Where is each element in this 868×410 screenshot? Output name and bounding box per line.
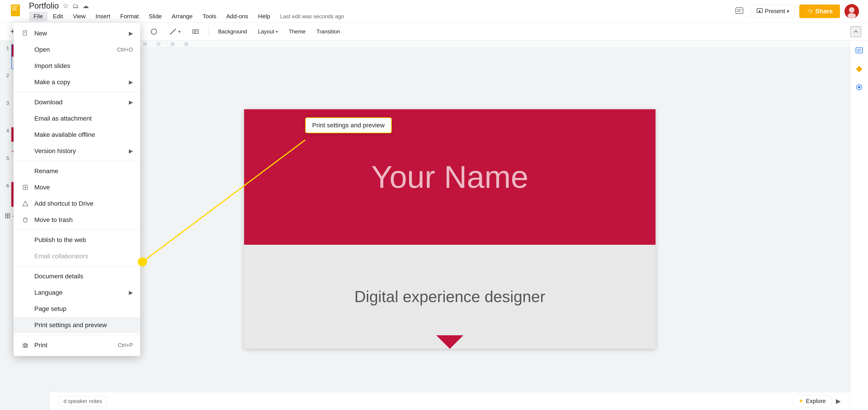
folder-icon[interactable]: 🗂 <box>72 2 79 10</box>
svg-point-39 <box>27 345 28 346</box>
svg-rect-24 <box>856 48 863 53</box>
bottom-left: d speaker notes <box>59 396 107 406</box>
canvas-area: |1 |2 |3 |4 |5 |6 |7 |8 |9 Your Name <box>50 41 850 410</box>
menu-item-email-attachment[interactable]: Email as attachment <box>13 110 140 127</box>
menu-item-publish-web[interactable]: Publish to the web <box>13 232 140 248</box>
menu-divider-5 <box>13 335 140 335</box>
line-button[interactable]: ▾ <box>165 26 184 37</box>
svg-rect-1 <box>12 6 18 7</box>
svg-point-18 <box>151 29 157 34</box>
cloud-icon[interactable]: ☁ <box>83 2 89 10</box>
svg-point-12 <box>849 7 855 13</box>
open-icon <box>21 45 30 54</box>
svg-rect-3 <box>12 9 17 10</box>
chat-button[interactable] <box>733 4 746 18</box>
menu-insert[interactable]: Insert <box>91 11 115 21</box>
svg-marker-8 <box>759 10 761 12</box>
menu-item-download[interactable]: Download ▶ <box>13 94 140 110</box>
menu-item-move[interactable]: Move <box>13 179 140 196</box>
menu-format[interactable]: Format <box>116 11 143 21</box>
background-button[interactable]: Background <box>215 27 251 37</box>
svg-marker-23 <box>436 335 463 349</box>
svg-point-29 <box>858 86 860 88</box>
svg-point-13 <box>848 13 856 19</box>
file-menu: New ▶ Open Ctrl+O Import slides Make a c… <box>13 23 140 356</box>
menu-item-rename[interactable]: Rename <box>13 163 140 179</box>
move-icon <box>21 183 30 192</box>
menu-help[interactable]: Help <box>254 11 275 21</box>
menu-item-make-copy[interactable]: Make a copy ▶ <box>13 74 140 90</box>
theme-button[interactable]: Theme <box>285 27 309 37</box>
bottom-right: ✦ Explore ▶ <box>792 395 841 407</box>
svg-marker-27 <box>856 66 862 72</box>
present-dropdown-arrow[interactable]: ▾ <box>787 8 789 14</box>
collapse-toolbar-button[interactable] <box>850 26 861 37</box>
right-sidebar-explore[interactable] <box>852 62 866 76</box>
trash-icon <box>21 215 30 225</box>
share-button[interactable]: Share <box>799 4 840 18</box>
slide-bottom-section: Digital experience designer <box>244 245 655 349</box>
menu-arrange[interactable]: Arrange <box>167 11 197 21</box>
doc-title[interactable]: Portfolio <box>29 1 59 11</box>
menu-item-new[interactable]: New ▶ <box>13 25 140 41</box>
menu-slide[interactable]: Slide <box>144 11 166 21</box>
print-icon <box>21 341 30 350</box>
menu-item-add-shortcut[interactable]: Add shortcut to Drive <box>13 196 140 212</box>
menu-item-language[interactable]: Language ▶ <box>13 284 140 301</box>
svg-rect-10 <box>808 10 809 11</box>
svg-rect-4 <box>736 8 743 13</box>
ruler-horizontal: |1 |2 |3 |4 |5 |6 |7 |8 |9 <box>50 41 850 48</box>
slide-canvas[interactable]: Your Name Digital experience designer <box>244 109 655 349</box>
transition-button[interactable]: Transition <box>313 27 344 37</box>
top-bar: Portfolio ☆ 🗂 ☁ File Edit View Insert Fo… <box>0 0 868 23</box>
slide-chevron <box>244 335 655 349</box>
menu-edit[interactable]: Edit <box>49 11 68 21</box>
svg-marker-34 <box>23 201 28 206</box>
svg-line-19 <box>170 29 176 34</box>
drive-icon <box>21 199 30 208</box>
explore-button[interactable]: ✦ Explore <box>792 395 832 407</box>
layout-button[interactable]: Layout ▾ <box>254 27 281 37</box>
annotation-tooltip: Print settings and preview <box>305 117 392 133</box>
menu-item-print-settings[interactable]: Print settings and preview <box>13 317 140 333</box>
menu-item-page-setup[interactable]: Page setup <box>13 301 140 317</box>
toolbar-right <box>850 26 861 37</box>
slide-canvas-wrap: Your Name Digital experience designer <box>50 48 850 410</box>
right-sidebar-settings[interactable] <box>852 80 866 94</box>
last-edit: Last edit was seconds ago <box>280 13 344 20</box>
menu-item-trash[interactable]: Move to trash <box>13 212 140 228</box>
menu-item-print[interactable]: Print Ctrl+P <box>13 337 140 353</box>
menu-item-email-collaborators: Email collaborators <box>13 248 140 264</box>
menu-divider-2 <box>13 161 140 161</box>
new-icon <box>21 29 30 38</box>
menu-item-open[interactable]: Open Ctrl+O <box>13 41 140 58</box>
menu-item-offline[interactable]: Make available offline <box>13 127 140 143</box>
menu-item-import-slides[interactable]: Import slides <box>13 58 140 74</box>
svg-rect-20 <box>193 30 198 33</box>
textbox-button[interactable] <box>188 26 203 37</box>
speaker-notes-button[interactable]: d speaker notes <box>59 396 107 406</box>
present-button[interactable]: Present ▾ <box>751 5 795 18</box>
svg-rect-2 <box>12 8 16 8</box>
add-slide-button[interactable]: ⊞ <box>4 211 11 220</box>
toolbar-separator-3 <box>209 26 209 37</box>
title-icons: ☆ 🗂 ☁ <box>62 2 89 10</box>
menu-file[interactable]: File <box>29 11 48 21</box>
avatar[interactable] <box>844 4 859 19</box>
shape-button[interactable] <box>146 26 162 37</box>
menu-bar: File Edit View Insert Format Slide Arran… <box>29 11 733 21</box>
right-sidebar <box>850 41 868 410</box>
menu-view[interactable]: View <box>68 11 90 21</box>
right-sidebar-chat[interactable] <box>852 44 866 58</box>
menu-tools[interactable]: Tools <box>198 11 221 21</box>
bottom-status-bar: d speaker notes ✦ Explore ▶ <box>50 392 850 410</box>
svg-rect-38 <box>24 346 27 347</box>
top-right: Present ▾ Share <box>733 4 859 19</box>
menu-item-document-details[interactable]: Document details <box>13 268 140 284</box>
menu-addons[interactable]: Add-ons <box>222 11 253 21</box>
app-icon <box>9 4 24 19</box>
star-icon[interactable]: ☆ <box>62 2 69 10</box>
slide-title: Your Name <box>371 159 528 195</box>
expand-notes-button[interactable]: ▶ <box>836 397 841 405</box>
menu-item-version-history[interactable]: Version history ▶ <box>13 143 140 159</box>
